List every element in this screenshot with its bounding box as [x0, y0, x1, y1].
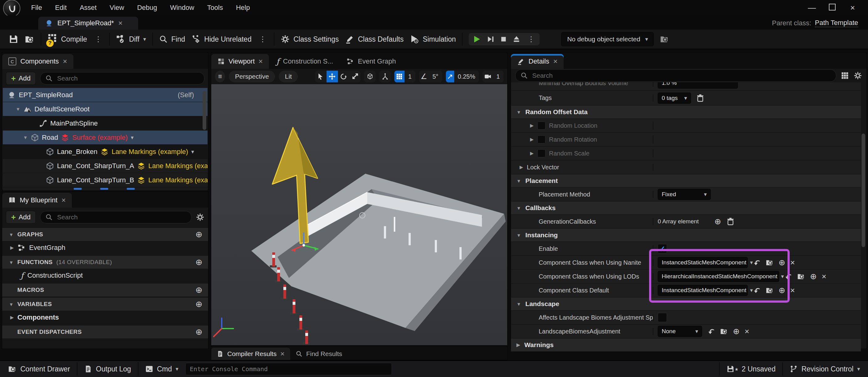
mesh-assignment-badge[interactable]: Lane Markings (exan: [148, 176, 208, 184]
expander-icon[interactable]: ▼: [16, 107, 20, 112]
play-options-icon[interactable]: ⋮: [526, 35, 536, 44]
component-row-lane-cont-sharpturn-b[interactable]: Lane_Cont_SharpTurn_B Lane Markings (exa…: [3, 173, 208, 187]
rotate-tool[interactable]: [338, 71, 349, 82]
class-settings-button[interactable]: Class Settings: [281, 34, 339, 44]
my-blueprint-search[interactable]: [40, 211, 191, 223]
simulation-button[interactable]: Simulation: [410, 34, 456, 44]
expand-icon[interactable]: ▶: [517, 342, 520, 348]
details-category-placement[interactable]: ▼ Placement: [511, 174, 861, 187]
use-selected-asset-icon[interactable]: [784, 272, 792, 281]
cmd-dropdown[interactable]: Cmd ▾: [145, 365, 179, 373]
expand-icon[interactable]: ▶: [10, 245, 14, 251]
close-window-button[interactable]: ×: [846, 3, 859, 13]
section-functions[interactable]: ▼ FUNCTIONS (14 OVERRIDABLE) ⊕: [2, 256, 208, 269]
play-icon[interactable]: [472, 35, 481, 44]
random-location-checkbox[interactable]: [537, 121, 546, 129]
details-search-input[interactable]: [532, 71, 831, 80]
plus-circle-icon[interactable]: ⊕: [733, 327, 740, 335]
browse-asset-icon[interactable]: [25, 34, 34, 44]
collapse-icon[interactable]: ▼: [517, 110, 521, 115]
surface-snapping-toggle[interactable]: [379, 71, 391, 82]
expander-icon[interactable]: ▼: [23, 135, 28, 140]
item-constructionscript[interactable]: ƒ ConstructionScript: [2, 269, 208, 282]
random-rotation-checkbox[interactable]: [537, 136, 546, 143]
scale-snap-toggle[interactable]: ↗: [446, 71, 454, 82]
lit-dropdown[interactable]: Lit: [279, 71, 298, 82]
default-class-dropdown[interactable]: InstancedStaticMeshComponent▾: [658, 285, 748, 296]
enable-checkbox[interactable]: ✓: [658, 244, 667, 253]
world-space-toggle[interactable]: [364, 71, 376, 82]
diff-button[interactable]: Diff▾: [116, 34, 146, 44]
collapse-icon[interactable]: ▼: [9, 260, 13, 265]
placement-method-dropdown[interactable]: Fixed▾: [658, 189, 711, 200]
menu-help[interactable]: Help: [229, 0, 256, 16]
add-event-dispatcher-icon[interactable]: ⊕: [195, 327, 203, 337]
collapse-icon[interactable]: ▼: [9, 232, 13, 237]
details-category-landscape[interactable]: ▼ Landscape: [511, 297, 861, 311]
perspective-dropdown[interactable]: Perspective: [229, 71, 275, 82]
minimal-overlap-input[interactable]: 1.0 %: [658, 82, 738, 89]
viewport-options-icon[interactable]: ≡: [215, 71, 225, 82]
add-variable-icon[interactable]: ⊕: [195, 299, 203, 309]
trash-icon[interactable]: [726, 217, 735, 226]
details-search[interactable]: [515, 69, 836, 82]
scale-tool[interactable]: [349, 71, 361, 82]
browse-debug-icon[interactable]: [660, 34, 669, 44]
tab-event-graph[interactable]: Event Graph: [340, 54, 402, 69]
trash-icon[interactable]: [696, 94, 705, 103]
close-icon[interactable]: ×: [553, 58, 557, 65]
mesh-assignment-badge[interactable]: Lane Markings (exan: [148, 162, 208, 170]
collapse-icon[interactable]: ▼: [517, 301, 521, 307]
tab-find-results[interactable]: Find Results: [290, 348, 348, 360]
use-selected-asset-icon[interactable]: [707, 327, 715, 335]
mesh-assignment-badge[interactable]: Surface (example): [72, 134, 128, 142]
save-icon[interactable]: [9, 34, 19, 44]
add-blueprint-item-button[interactable]: +Add: [6, 211, 36, 224]
debug-object-dropdown[interactable]: No debug object selected ▾: [561, 32, 654, 46]
menu-asset[interactable]: Asset: [73, 0, 103, 16]
add-array-element-icon[interactable]: ⊕: [714, 218, 721, 226]
component-row-mainpathspline[interactable]: MainPathSpline: [3, 116, 208, 130]
class-defaults-button[interactable]: Class Defaults: [345, 34, 404, 44]
nanite-class-dropdown[interactable]: InstancedStaticMeshComponent▾: [658, 257, 748, 268]
eject-icon[interactable]: [513, 35, 521, 43]
grid-snap-toggle[interactable]: [394, 71, 405, 82]
move-tool[interactable]: [327, 71, 338, 82]
details-category-callbacks[interactable]: ▼ Callbacks: [511, 201, 861, 215]
camera-speed-value[interactable]: 1: [493, 71, 503, 82]
gear-icon[interactable]: [854, 71, 862, 80]
lods-class-dropdown[interactable]: HierarchicalInstancedStaticMeshComponent…: [658, 271, 779, 282]
plus-circle-icon[interactable]: ⊕: [779, 286, 785, 294]
details-scrollbar[interactable]: [862, 134, 865, 247]
rotation-snap-toggle[interactable]: ∠: [419, 71, 429, 82]
compile-options-icon[interactable]: ⋮: [93, 35, 103, 44]
tab-my-blueprint[interactable]: My Blueprint ×: [2, 193, 72, 208]
components-scrollbar[interactable]: [203, 91, 206, 130]
menu-window[interactable]: Window: [164, 0, 201, 16]
tab-components[interactable]: C Components ×: [2, 54, 73, 69]
tags-dropdown[interactable]: 0 tags▾: [658, 92, 691, 104]
scale-snap-value[interactable]: 0.25%: [454, 71, 479, 82]
unsaved-button[interactable]: * 2 Unsaved: [726, 363, 775, 375]
my-blueprint-search-input[interactable]: [56, 213, 186, 221]
browse-icon[interactable]: [797, 272, 805, 281]
section-variables[interactable]: ▼ VARIABLES ⊕: [2, 298, 208, 311]
section-macros[interactable]: ▼ MACROS ⊕: [2, 284, 208, 296]
hide-unrelated-button[interactable]: Hide Unrelated: [191, 34, 251, 44]
close-icon[interactable]: ×: [258, 58, 263, 65]
expand-icon[interactable]: ▶: [10, 315, 14, 320]
display-filter-icon[interactable]: [841, 71, 849, 80]
collapse-icon[interactable]: ▼: [517, 205, 521, 211]
details-category-instancing[interactable]: ▼ Instancing: [511, 229, 861, 242]
use-selected-asset-icon[interactable]: [753, 286, 761, 294]
clear-icon[interactable]: ×: [822, 272, 826, 281]
expand-icon[interactable]: ▶: [530, 150, 534, 156]
close-icon[interactable]: ×: [63, 58, 67, 65]
section-graphs[interactable]: ▼ GRAPHS ⊕: [2, 228, 208, 241]
camera-speed-icon[interactable]: [483, 71, 493, 82]
tab-compiler-results[interactable]: Compiler Results ×: [211, 348, 290, 360]
add-function-icon[interactable]: ⊕: [195, 257, 203, 267]
add-graph-icon[interactable]: ⊕: [195, 230, 203, 239]
collapse-icon[interactable]: ▼: [9, 302, 13, 307]
menu-file[interactable]: File: [25, 0, 49, 16]
